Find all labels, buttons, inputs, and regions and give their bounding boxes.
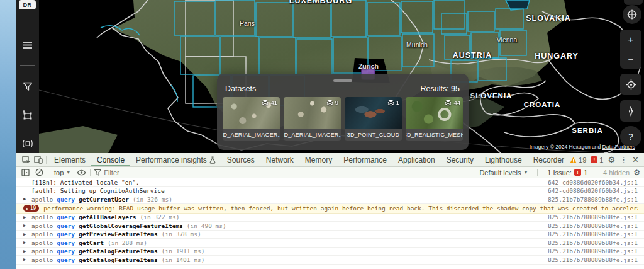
compass-button[interactable] [620, 100, 641, 122]
dataset-label: 3D_POINT_CLOUD [345, 129, 402, 141]
experiment-flask-icon [209, 156, 216, 164]
locate-button[interactable] [620, 74, 641, 95]
dataset-thumbnail: 44 [406, 97, 463, 129]
hidden-messages-label: 4 hidden [603, 169, 630, 176]
country-label-slovakia: SLOVAKIA [526, 14, 571, 23]
live-expression-eye-icon[interactable] [74, 167, 88, 178]
console-settings-gear-icon[interactable]: ⚙ [633, 169, 640, 176]
chevron-down-icon: ▼ [66, 170, 70, 175]
console-empty-row[interactable] [16, 265, 644, 269]
dataset-card-point-cloud[interactable]: 1 3D_POINT_CLOUD [345, 97, 402, 141]
source-link[interactable]: 825.21b7b788089b88fe.js:1 [543, 248, 638, 255]
console-filter-input[interactable] [103, 168, 197, 177]
panel-drag-handle[interactable] [333, 79, 352, 82]
tab-console[interactable]: Console [91, 153, 130, 166]
source-link[interactable]: 825.21b7b788089b88fe.js:1 [543, 256, 638, 263]
console-warning-message[interactable]: ▶19 performance warning: READ-usage buff… [16, 204, 644, 214]
dataset-card-aerial-1[interactable]: 41 2D_AERIAL_IMAGER... [223, 97, 280, 141]
city-label-zurich: Zurich [358, 62, 379, 70]
close-devtools-icon[interactable]: ✕ [632, 156, 639, 164]
source-link[interactable]: 642-cd0886d020f60b34.js:1 [543, 187, 638, 194]
console-message[interactable]: [i18n]: Activated locale "en". 642-cd088… [16, 178, 644, 187]
source-link[interactable]: 825.21b7b788089b88fe.js:1 [543, 214, 638, 220]
globe-crosshair-icon [627, 9, 637, 20]
console-sidebar-toggle-icon[interactable] [18, 167, 32, 178]
expand-arrow-icon[interactable]: ▶ [23, 249, 31, 254]
toolbar-separator [537, 169, 538, 176]
log-text: [i18n]: Activated locale "en". [31, 179, 140, 186]
layers-icon [387, 99, 394, 106]
tab-network[interactable]: Network [260, 153, 299, 166]
tab-lighthouse[interactable]: Lighthouse [479, 153, 528, 166]
tab-security[interactable]: Security [441, 153, 479, 166]
city-label-paris: Paris [240, 20, 255, 27]
errors-indicator[interactable]: ! 1 [591, 156, 603, 164]
source-link[interactable]: 825.21b7b788089b88fe.js:1 [543, 239, 638, 246]
zoom-controls: + − [620, 30, 641, 69]
toolbar-separator [48, 169, 48, 176]
error-badge-icon: ! [591, 156, 597, 163]
context-selector[interactable]: top ▼ [50, 169, 74, 176]
map-attribution: Imagery © 2024 Hexagon and Data Partners [530, 144, 635, 150]
filter-icon[interactable] [22, 81, 33, 92]
locate-icon [626, 79, 636, 90]
console-message[interactable]: [auth]: Setting up CognitoAuthService 64… [16, 187, 644, 196]
issue-badge-icon: ! [574, 169, 581, 176]
device-toolbar-icon[interactable] [32, 153, 44, 166]
map-app-sidebar: DR [16, 0, 39, 153]
user-avatar-badge[interactable]: DR [19, 0, 36, 9]
devtools-panel: Elements Console Performance insights So… [16, 153, 644, 269]
console-message[interactable]: ▶ apollo query getAllBaseLayers (in 322 … [16, 214, 644, 222]
dataset-label: 2D_AERIAL_IMAGER... [284, 129, 341, 141]
warnings-indicator[interactable]: 19 [570, 156, 586, 164]
layer-count: 44 [453, 99, 460, 106]
layer-count: 41 [270, 99, 277, 106]
warning-text: performance warning: READ-usage buffer w… [43, 205, 638, 212]
tab-application[interactable]: Application [392, 153, 441, 166]
console-message[interactable]: ▶ apollo query getCart (in 288 ms) 825.2… [16, 239, 644, 248]
log-levels-selector[interactable]: Default levels ▼ [475, 169, 531, 176]
expand-arrow-icon[interactable]: ▶ [23, 240, 31, 245]
issues-counter[interactable]: 1 Issue: ! 1 [543, 169, 591, 176]
source-link[interactable]: 642-cd0886d020f60b34.js:1 [543, 179, 638, 186]
inspect-element-icon[interactable] [20, 153, 32, 166]
globe-coverage-button[interactable] [623, 5, 641, 24]
console-log: [i18n]: Activated locale "en". 642-cd088… [16, 178, 644, 269]
tab-recorder[interactable]: Recorder [528, 153, 570, 166]
warning-repeat-badge[interactable]: ▶19 [23, 205, 39, 212]
tab-performance[interactable]: Performance [338, 153, 392, 166]
map-canvas[interactable]: LUXEMBOURG SLOVAKIA AUSTRIA HUNGARY SLOV… [39, 0, 644, 153]
country-label-slovenia: SLOVENIA [470, 92, 513, 100]
tab-sources[interactable]: Sources [221, 153, 260, 166]
console-message[interactable]: ▶ apollo query getCatalogFeatureItems (i… [16, 256, 644, 265]
compare-swipe-icon[interactable] [22, 138, 33, 149]
source-link[interactable]: 825.21b7b788089b88fe.js:1 [543, 196, 638, 203]
expand-arrow-icon[interactable]: ▶ [23, 215, 31, 220]
clear-console-icon[interactable] [32, 167, 46, 178]
tab-elements[interactable]: Elements [48, 153, 91, 166]
dataset-card-aerial-2[interactable]: 9 2D_AERIAL_IMAGER... [284, 97, 341, 141]
partial-toolbar-button[interactable] [624, 0, 643, 5]
console-message[interactable]: ▶ apollo query getCatalogFeatureItems (i… [16, 248, 644, 256]
zoom-in-button[interactable]: + [620, 30, 641, 49]
console-message[interactable]: ▶ apollo query getGlobalCoverageFeatureI… [16, 222, 644, 231]
more-options-kebab-icon[interactable]: ⋮ [619, 156, 628, 164]
attribution-link[interactable]: Data Partners [602, 144, 635, 150]
tab-performance-insights[interactable]: Performance insights [130, 153, 221, 166]
expand-arrow-icon[interactable]: ▶ [23, 257, 31, 262]
dataset-card-realistic-mesh[interactable]: 44 3D_REALISTIC_MESH [406, 97, 463, 141]
console-message[interactable]: ▶ apollo query getPreviewFeatureItems (i… [16, 231, 644, 239]
expand-arrow-icon[interactable]: ▶ [23, 197, 31, 202]
tab-memory[interactable]: Memory [299, 153, 338, 166]
expand-arrow-icon[interactable]: ▶ [23, 223, 31, 228]
menu-icon[interactable] [22, 39, 33, 50]
desktop-edge-strip [0, 0, 16, 269]
expand-arrow-icon[interactable]: ▶ [23, 232, 31, 237]
source-link[interactable]: 825.21b7b788089b88fe.js:1 [543, 231, 638, 238]
source-link[interactable]: 825.21b7b788089b88fe.js:1 [543, 222, 638, 229]
area-select-icon[interactable] [22, 109, 33, 120]
settings-gear-icon[interactable]: ⚙ [608, 156, 615, 164]
zoom-out-button[interactable]: − [620, 49, 641, 69]
console-message[interactable]: ▶ apollo query getCurrentUser (in 326 ms… [16, 195, 644, 204]
country-label-luxembourg: LUXEMBOURG [289, 0, 352, 5]
